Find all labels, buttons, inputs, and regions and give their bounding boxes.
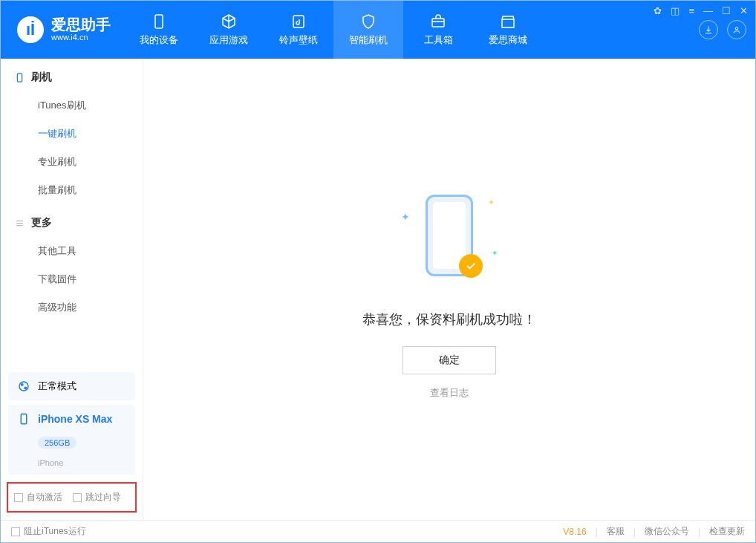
toolbox-icon bbox=[429, 13, 447, 30]
nav-tabs: 我的设备 应用游戏 铃声壁纸 智能刷机 工具箱 爱思商城 bbox=[124, 1, 543, 59]
main-content: ✦ ✦ ✦ 恭喜您，保资料刷机成功啦！ 确定 查看日志 bbox=[143, 59, 755, 520]
minimize-icon[interactable]: — bbox=[703, 5, 713, 16]
device-card[interactable]: iPhone XS Max 256GB iPhone bbox=[8, 405, 135, 475]
user-icon bbox=[731, 25, 742, 35]
mode-icon bbox=[17, 380, 30, 393]
tab-smart-flash[interactable]: 智能刷机 bbox=[333, 1, 403, 59]
mode-label: 正常模式 bbox=[38, 380, 76, 393]
ok-button[interactable]: 确定 bbox=[403, 346, 496, 374]
svg-rect-0 bbox=[155, 15, 163, 28]
svg-point-6 bbox=[22, 384, 23, 386]
tab-label: 智能刷机 bbox=[349, 33, 388, 47]
checkbox-label: 自动激活 bbox=[27, 491, 62, 504]
check-badge-icon bbox=[459, 254, 483, 278]
version-label: V8.16 bbox=[563, 527, 586, 537]
device-name: iPhone XS Max bbox=[38, 413, 112, 425]
app-title: 爱思助手 bbox=[51, 17, 111, 32]
window-controls: ✿ ◫ ≡ — ☐ ✕ bbox=[654, 5, 748, 16]
section-title: 更多 bbox=[31, 216, 52, 230]
tab-label: 铃声壁纸 bbox=[279, 33, 318, 47]
svg-rect-1 bbox=[293, 16, 304, 27]
svg-point-5 bbox=[19, 382, 28, 391]
section-title: 刷机 bbox=[31, 71, 52, 84]
checkbox-icon bbox=[11, 527, 20, 536]
footer-link-check-update[interactable]: 检查更新 bbox=[709, 525, 745, 538]
checkbox-icon bbox=[73, 493, 82, 502]
checkbox-label: 阻止iTunes运行 bbox=[24, 525, 86, 538]
footer-bar: 阻止iTunes运行 V8.16 | 客服 | 微信公众号 | 检查更新 bbox=[1, 520, 755, 542]
device-capacity: 256GB bbox=[38, 437, 76, 449]
app-subtitle: www.i4.cn bbox=[51, 32, 111, 42]
svg-rect-8 bbox=[21, 414, 27, 424]
sidebar-item-batch-flash[interactable]: 批量刷机 bbox=[1, 176, 143, 204]
maximize-icon[interactable]: ☐ bbox=[722, 5, 731, 16]
tab-my-device[interactable]: 我的设备 bbox=[124, 1, 194, 59]
sparkle-icon: ✦ bbox=[492, 249, 498, 257]
success-message: 恭喜您，保资料刷机成功啦！ bbox=[362, 310, 536, 328]
sidebar-item-advanced[interactable]: 高级功能 bbox=[1, 293, 143, 322]
shield-icon bbox=[359, 13, 377, 30]
checkbox-block-itunes[interactable]: 阻止iTunes运行 bbox=[11, 525, 86, 538]
sidebar: 刷机 iTunes刷机 一键刷机 专业刷机 批量刷机 更多 其他工具 下载固件 … bbox=[1, 59, 143, 520]
mode-card[interactable]: 正常模式 bbox=[8, 372, 135, 400]
svg-rect-2 bbox=[432, 19, 444, 27]
device-type: iPhone bbox=[38, 458, 63, 467]
logo-area: ıİ 爱思助手 www.i4.cn bbox=[1, 1, 124, 59]
checkbox-label: 跳过向导 bbox=[85, 491, 121, 504]
cube-icon bbox=[220, 13, 238, 30]
tab-label: 我的设备 bbox=[140, 33, 178, 47]
close-icon[interactable]: ✕ bbox=[740, 5, 748, 16]
device-icon bbox=[150, 13, 168, 30]
sidebar-item-pro-flash[interactable]: 专业刷机 bbox=[1, 148, 143, 176]
sidebar-item-itunes-flash[interactable]: iTunes刷机 bbox=[1, 91, 143, 120]
music-icon bbox=[290, 13, 307, 30]
phone-icon bbox=[17, 412, 30, 426]
svg-point-7 bbox=[25, 387, 26, 388]
download-button[interactable] bbox=[699, 20, 718, 39]
options-highlight-box: 自动激活 跳过向导 bbox=[7, 482, 137, 513]
phone-icon bbox=[14, 72, 25, 83]
sidebar-item-onekey-flash[interactable]: 一键刷机 bbox=[1, 120, 143, 148]
tab-label: 工具箱 bbox=[424, 33, 453, 47]
logo-icon: ıİ bbox=[17, 16, 44, 43]
tab-store[interactable]: 爱思商城 bbox=[473, 1, 543, 59]
sidebar-item-download-firmware[interactable]: 下载固件 bbox=[1, 265, 143, 293]
menu-icon[interactable]: ≡ bbox=[688, 5, 694, 16]
svg-point-3 bbox=[735, 27, 738, 30]
download-icon bbox=[703, 25, 714, 35]
tab-ringtones-wallpaper[interactable]: 铃声壁纸 bbox=[264, 1, 333, 59]
footer-link-support[interactable]: 客服 bbox=[607, 525, 625, 538]
tab-label: 应用游戏 bbox=[209, 33, 248, 47]
sidebar-item-other-tools[interactable]: 其他工具 bbox=[1, 237, 143, 265]
checkbox-skip-guide[interactable]: 跳过向导 bbox=[73, 491, 121, 504]
checkbox-auto-activate[interactable]: 自动激活 bbox=[14, 491, 62, 504]
settings-icon[interactable]: ✿ bbox=[654, 5, 662, 16]
theme-icon[interactable]: ◫ bbox=[671, 5, 680, 16]
header-bar: ✿ ◫ ≡ — ☐ ✕ ıİ 爱思助手 www.i4.cn 我的设备 应用游戏 … bbox=[1, 1, 755, 59]
menu-lines-icon bbox=[14, 218, 25, 229]
tab-label: 爱思商城 bbox=[489, 33, 527, 47]
sidebar-section-flash: 刷机 bbox=[1, 59, 143, 91]
sidebar-section-more: 更多 bbox=[1, 204, 143, 237]
footer-link-wechat[interactable]: 微信公众号 bbox=[645, 525, 689, 538]
sparkle-icon: ✦ bbox=[401, 211, 410, 223]
tab-toolbox[interactable]: 工具箱 bbox=[403, 1, 473, 59]
store-icon bbox=[499, 13, 517, 30]
tab-apps-games[interactable]: 应用游戏 bbox=[194, 1, 264, 59]
checkbox-icon bbox=[14, 493, 23, 502]
success-illustration: ✦ ✦ ✦ bbox=[394, 180, 505, 291]
account-button[interactable] bbox=[727, 20, 746, 39]
sparkle-icon: ✦ bbox=[488, 198, 495, 207]
view-log-link[interactable]: 查看日志 bbox=[430, 386, 469, 400]
svg-rect-4 bbox=[17, 73, 22, 81]
